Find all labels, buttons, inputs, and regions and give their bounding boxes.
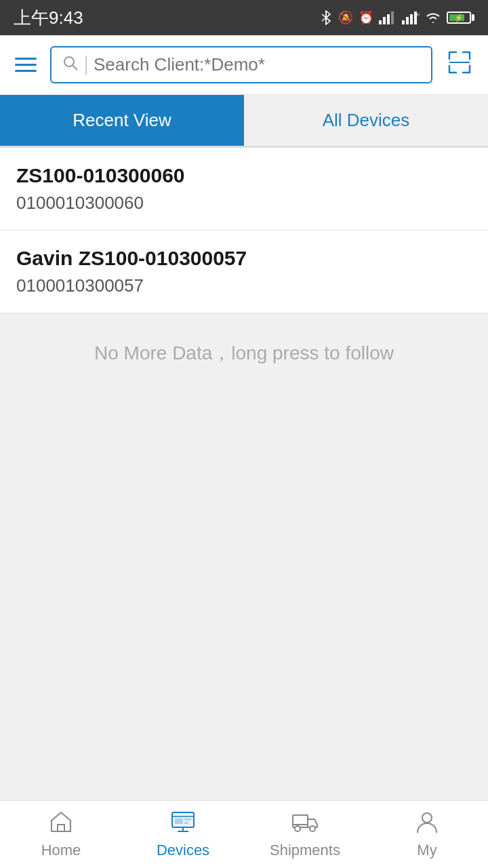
svg-rect-19 — [184, 818, 191, 821]
device-id: 0100010300057 — [16, 275, 472, 296]
nav-item-devices[interactable]: Devices — [122, 801, 244, 868]
device-item[interactable]: Gavin ZS100-010300057 0100010300057 — [0, 231, 488, 313]
search-divider — [85, 56, 87, 75]
scan-button[interactable] — [443, 49, 476, 81]
device-name: ZS100-010300060 — [16, 164, 472, 187]
svg-rect-5 — [387, 14, 390, 24]
svg-rect-18 — [175, 818, 183, 824]
devices-label: Devices — [157, 842, 209, 859]
bluetooth-icon — [319, 10, 333, 25]
battery-icon: ⚡ — [447, 12, 474, 24]
svg-line-13 — [73, 65, 77, 70]
svg-rect-3 — [379, 20, 382, 24]
svg-point-24 — [295, 826, 300, 831]
search-input[interactable] — [94, 54, 420, 75]
svg-rect-8 — [406, 17, 409, 24]
bottom-nav: Home Devices — [0, 800, 488, 868]
search-bar — [50, 46, 432, 83]
svg-point-25 — [310, 826, 315, 831]
tabs-container: Recent View All Devices — [0, 95, 488, 146]
status-bar: 上午9:43 🔕 ⏰ HD — [0, 0, 488, 35]
mute-icon: 🔕 — [338, 10, 353, 25]
device-id: 0100010300060 — [16, 193, 472, 214]
hd-signal-icon: HD — [402, 11, 420, 24]
tab-all-devices[interactable]: All Devices — [244, 95, 488, 146]
signal-icon — [379, 11, 396, 24]
svg-point-27 — [422, 813, 432, 823]
svg-rect-15 — [58, 825, 64, 831]
status-time: 上午9:43 — [14, 6, 83, 30]
my-icon — [415, 810, 439, 837]
svg-rect-6 — [391, 12, 394, 24]
shipments-icon — [291, 810, 319, 837]
nav-item-home[interactable]: Home — [0, 801, 122, 868]
svg-rect-7 — [402, 20, 405, 24]
device-item[interactable]: ZS100-010300060 0100010300060 — [0, 148, 488, 231]
nav-item-shipments[interactable]: Shipments — [244, 801, 366, 868]
svg-rect-9 — [410, 14, 413, 24]
alarm-icon: ⏰ — [359, 10, 373, 25]
svg-rect-20 — [184, 822, 188, 824]
tab-recent-view[interactable]: Recent View — [0, 95, 244, 146]
menu-line-3 — [15, 70, 37, 72]
status-icons: 🔕 ⏰ HD ⚡ — [319, 10, 474, 25]
svg-text:HD: HD — [417, 12, 420, 17]
shipments-label: Shipments — [270, 842, 340, 859]
my-label: My — [417, 842, 436, 859]
menu-button[interactable] — [12, 55, 39, 75]
devices-icon — [169, 810, 197, 837]
no-more-data-text: No More Data，long press to follow — [0, 313, 488, 800]
home-label: Home — [41, 842, 81, 859]
nav-item-my[interactable]: My — [366, 801, 488, 868]
wifi-icon — [425, 11, 441, 24]
menu-line-1 — [15, 58, 37, 60]
svg-point-12 — [64, 57, 74, 66]
content-area: ZS100-010300060 0100010300060 Gavin ZS10… — [0, 148, 488, 800]
svg-rect-4 — [383, 17, 386, 24]
header — [0, 35, 488, 95]
menu-line-2 — [15, 64, 37, 66]
device-name: Gavin ZS100-010300057 — [16, 247, 472, 270]
svg-rect-23 — [293, 815, 308, 827]
home-icon — [49, 810, 73, 837]
search-icon — [62, 55, 79, 75]
